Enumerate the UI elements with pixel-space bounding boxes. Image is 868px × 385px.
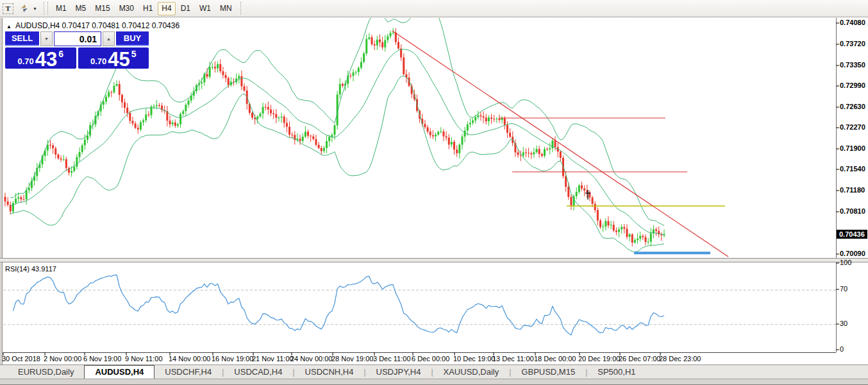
time-axis-label: 6 Dec 00:00 — [412, 355, 449, 363]
price-axis-label: 0.73350 — [840, 61, 865, 69]
chart-symbol-header: ▲AUDUSD,H4 0.70417 0.70481 0.70412 0.704… — [6, 21, 179, 30]
time-axis-label: 24 Nov 00:00 — [290, 355, 332, 363]
window-bottom-strip — [0, 379, 868, 384]
chart-tab-AUDUSD-H4[interactable]: AUDUSD,H4 — [84, 365, 154, 379]
timeframe-button-D1[interactable]: D1 — [177, 2, 194, 15]
volume-decrease-button[interactable]: ▼ — [40, 31, 53, 46]
timeframe-button-M30[interactable]: M30 — [115, 2, 138, 15]
timeframe-button-H1[interactable]: H1 — [139, 2, 156, 15]
buy-price-display[interactable]: 0.70455 — [78, 47, 149, 69]
price-axis-label: 0.72270 — [840, 123, 865, 131]
time-axis-label: 9 Nov 11:00 — [125, 355, 163, 363]
volume-input[interactable] — [54, 31, 101, 46]
time-axis-label: 21 Nov 11:00 — [252, 355, 294, 363]
toolbar-separator — [44, 2, 48, 15]
toolbar-separator — [240, 2, 242, 15]
chart-tab-bar: EURUSD,DailyAUDUSD,H4USDCHF,H4|USDCAD,H4… — [0, 364, 868, 379]
time-axis-label: 10 Dec 19:00 — [453, 355, 495, 363]
dropdown-caret-icon: ▼ — [33, 6, 37, 11]
one-click-trading-panel: SELL ▼ ▲ BUY 0.70436 0.70455 — [5, 31, 149, 69]
time-axis-label: 26 Dec 07:00 — [619, 355, 660, 363]
price-axis-label: 0.71900 — [840, 144, 865, 152]
text-tool-button[interactable]: T — [0, 1, 16, 15]
chart-tab-SP500-H1[interactable]: SP500,H1 — [587, 365, 646, 379]
price-axis-label: 0.70090 — [840, 250, 865, 257]
timeframe-button-W1[interactable]: W1 — [196, 2, 215, 15]
chart-tab-EURUSD-Daily[interactable]: EURUSD,Daily — [8, 365, 84, 379]
buy-price-prefix: 0.70 — [90, 56, 106, 66]
mt-terminal-window: T ▼ M1M5M15M30H1H4D1W1MN ▲AUDUSD,H4 0.70… — [0, 0, 868, 385]
sell-price-pip: 6 — [58, 49, 63, 59]
sell-price-big: 43 — [35, 50, 57, 69]
timeframe-button-M1[interactable]: M1 — [52, 2, 71, 15]
time-axis-label: 18 Dec 00:00 — [534, 355, 576, 363]
price-axis-label: 0.74080 — [840, 19, 865, 26]
rsi-indicator-label: RSI(14) 43.9117 — [5, 265, 56, 273]
buy-button[interactable]: BUY — [116, 31, 149, 46]
time-axis-label: 3 Dec 11:00 — [373, 355, 411, 363]
price-axis-label: 0.72990 — [840, 81, 865, 89]
time-axis-label: 16 Nov 19:00 — [212, 355, 253, 363]
sell-button[interactable]: SELL — [5, 31, 39, 46]
chart-tab-XAUUSD-Daily[interactable]: XAUUSD,Daily — [433, 365, 510, 379]
left-panel-edge — [0, 18, 3, 364]
arrows-tool-button[interactable]: ▼ — [16, 1, 40, 15]
rsi-axis-label: 70 — [840, 285, 847, 293]
rsi-axis-label: 0 — [840, 345, 844, 353]
time-axis-label: 2 Nov 00:00 — [44, 355, 81, 363]
chart-tab-USDJPY-H4[interactable]: USDJPY,H4 — [366, 365, 431, 379]
arrows-tool-icon — [19, 3, 30, 13]
price-axis-label: 0.73720 — [840, 40, 865, 47]
price-axis-label: 0.72630 — [840, 103, 865, 110]
volume-increase-button[interactable]: ▲ — [103, 31, 115, 46]
time-axis-label: 6 Nov 19:00 — [83, 355, 121, 363]
symbol-ohlc-text: AUDUSD,H4 0.70417 0.70481 0.70412 0.7043… — [15, 21, 179, 30]
timeframe-button-group: M1M5M15M30H1H4D1W1MN — [51, 2, 237, 15]
sell-price-prefix: 0.70 — [17, 56, 33, 66]
text-tool-icon: T — [3, 3, 13, 14]
time-axis-label: 28 Dec 23:00 — [659, 355, 701, 363]
price-axis-label: 0.71540 — [840, 165, 865, 173]
time-axis-label: 14 Nov 00:00 — [169, 355, 210, 363]
collapse-trade-panel-icon[interactable]: ▲ — [6, 24, 12, 30]
rsi-axis-label: 30 — [840, 320, 847, 327]
sell-price-display[interactable]: 0.70436 — [5, 47, 76, 69]
price-axis-label: 0.71180 — [840, 186, 865, 194]
buy-price-big: 45 — [108, 50, 129, 69]
time-axis-label: 30 Oct 2018 — [2, 355, 40, 363]
timeframe-button-M15[interactable]: M15 — [91, 2, 113, 15]
buy-price-pip: 5 — [131, 49, 137, 59]
chart-tab-USDCAD-H4[interactable]: USDCAD,H4 — [224, 365, 292, 379]
rsi-axis-label: 100 — [840, 259, 851, 266]
price-axis-label: 0.70810 — [840, 207, 865, 215]
time-axis-label: 20 Dec 19:00 — [578, 355, 620, 363]
chart-tab-USDCHF-H4[interactable]: USDCHF,H4 — [154, 365, 222, 379]
timeframe-button-H4[interactable]: H4 — [158, 2, 175, 15]
rsi-pane — [3, 275, 836, 335]
pane-splitter[interactable] — [0, 258, 868, 262]
chart-tab-GBPUSD-M15[interactable]: GBPUSD,M15 — [511, 365, 585, 379]
timeframe-button-M5[interactable]: M5 — [72, 2, 90, 15]
current-price-badge: 0.70436 — [837, 230, 867, 239]
time-axis-label: 13 Dec 11:00 — [492, 355, 534, 363]
chart-tab-USDCNH-H4[interactable]: USDCNH,H4 — [295, 365, 364, 379]
timeframe-button-MN[interactable]: MN — [216, 2, 236, 15]
time-axis-label: 28 Nov 19:00 — [331, 355, 373, 363]
chart-toolbar: T ▼ M1M5M15M30H1H4D1W1MN — [0, 0, 868, 17]
